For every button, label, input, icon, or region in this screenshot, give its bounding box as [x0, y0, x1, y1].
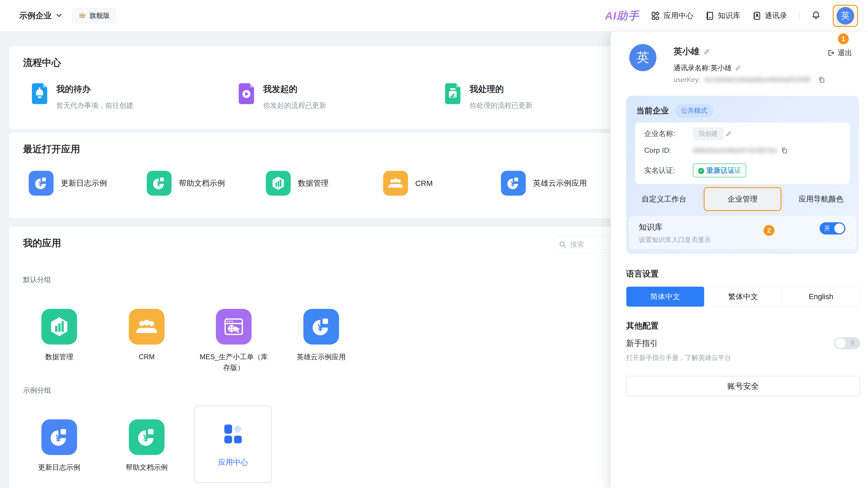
app-tile-helpdocs[interactable]: ¥ 帮助文档示例 — [110, 419, 184, 473]
enterprise-info-card: 企业名称: 示例企业 我创建 Corp ID: 686b35ea0e9bd267… — [635, 123, 850, 184]
edit-enterprise-name-icon[interactable] — [725, 131, 732, 137]
user-name: 英小雄 — [674, 46, 700, 57]
process-item-initiated[interactable]: 我发起的 你发起的流程已更新 — [237, 82, 326, 110]
people-app-icon — [129, 309, 164, 345]
people-app-icon — [383, 171, 408, 196]
recent-app-item[interactable]: 数据管理 — [266, 171, 329, 196]
lang-option-traditional[interactable]: 繁体中文 — [704, 287, 782, 306]
tutorial-step-1-badge: 1 — [838, 33, 849, 44]
notification-bell-icon[interactable] — [811, 10, 821, 21]
user-avatar[interactable]: 英 — [833, 5, 858, 27]
svg-text:¥: ¥ — [318, 322, 323, 333]
knowledge-base-desc: 设置知识库入口是否显示 — [639, 235, 711, 245]
process-item-title: 我的待办 — [56, 84, 133, 95]
tab-custom-workbench[interactable]: 自定义工作台 — [626, 194, 702, 204]
other-config-title: 其他配置 — [626, 320, 659, 331]
created-by-me-tag: 我创建 — [693, 127, 723, 140]
app-label: MES_生产小工单（库存版） — [199, 352, 269, 373]
userkey-label: userKey: — [674, 76, 700, 84]
process-item-desc: 你处理的流程已更新 — [469, 101, 532, 110]
app-tile-crm[interactable]: CRM — [110, 309, 184, 362]
nav-app-center[interactable]: 应用中心 — [651, 11, 693, 21]
todo-bell-doc-icon — [31, 82, 49, 105]
yuan-pie-app-icon: ¥ — [129, 419, 164, 455]
recent-app-item[interactable]: ¥ 帮助文档示例 — [147, 171, 225, 196]
recent-app-label: 数据管理 — [298, 178, 329, 188]
svg-text:¥: ¥ — [157, 180, 160, 188]
plan-badge-label: 旗舰版 — [90, 11, 110, 20]
yuan-pie-app-icon: ¥ — [501, 171, 526, 196]
recent-app-item[interactable]: CRM — [383, 171, 433, 196]
org-switcher[interactable]: 示例企业 — [19, 10, 63, 21]
recent-app-item[interactable]: ¥ 英雄云示例应用 — [501, 171, 587, 196]
app-label: 数据管理 — [45, 352, 73, 362]
edit-contact-name-icon[interactable] — [735, 65, 741, 71]
toggle-off-label: 关 — [849, 339, 856, 347]
recent-app-label: 更新日志示例 — [61, 178, 107, 188]
tab-app-nav-color[interactable]: 应用导航颜色 — [783, 194, 859, 204]
public-mode-badge: 公共模式 — [675, 104, 713, 118]
page-root: 示例企业 旗舰版 AI助手 应用中心 — [0, 0, 868, 488]
beginner-guide-toggle[interactable]: 关 — [834, 337, 860, 349]
plan-badge[interactable]: 旗舰版 — [72, 8, 116, 23]
logout-button[interactable]: 退出 — [827, 48, 852, 58]
enterprise-tabs: 自定义工作台 企业管理 应用导航颜色 — [626, 187, 859, 211]
app-center-label: 应用中心 — [218, 457, 248, 467]
account-security-button[interactable]: 账号安全 — [626, 376, 860, 396]
process-item-todo[interactable]: 我的待办 暂无代办事项，前往创建 — [31, 82, 133, 110]
nav-contacts[interactable]: 通讯录 — [752, 11, 787, 21]
svg-text:¥: ¥ — [56, 433, 61, 444]
ai-assistant-logo[interactable]: AI助手 — [605, 8, 639, 23]
copy-corp-id-icon[interactable] — [781, 147, 788, 154]
search-placeholder: 搜索 — [570, 240, 584, 249]
copy-userkey-icon[interactable] — [818, 76, 825, 83]
beginner-guide-title: 新手指引 — [626, 338, 658, 349]
app-tile-data-mgmt[interactable]: 数据管理 — [22, 309, 96, 362]
app-label: 更新日志示例 — [38, 462, 80, 473]
book-icon — [705, 11, 715, 21]
contact-name-label: 通讯录名称:英小雄 — [674, 63, 732, 73]
recent-app-label: CRM — [415, 179, 433, 188]
userkey-value-blurred: 8e19d39ef1d94de6bee8fd46af5325f8 — [704, 76, 810, 84]
process-item-desc: 暂无代办事项，前往创建 — [56, 101, 133, 110]
app-center-shortcut[interactable]: 应用中心 — [194, 405, 272, 483]
avatar-initial: 英 — [837, 7, 854, 25]
svg-text:¥: ¥ — [143, 433, 149, 444]
handled-pen-doc-icon — [444, 82, 462, 105]
mes-window-app-icon — [216, 309, 252, 345]
recertify-link[interactable]: 重新认证 — [706, 166, 735, 175]
yuan-pie-app-icon: ¥ — [41, 419, 77, 455]
my-apps-title: 我的应用 — [23, 237, 61, 250]
app-tile-hero-demo[interactable]: ¥ 英雄云示例应用 — [284, 309, 359, 362]
lang-option-simplified[interactable]: 简体中文 — [626, 287, 704, 306]
nav-knowledge[interactable]: 知识库 — [705, 11, 740, 21]
app-center-grid-icon — [219, 421, 247, 448]
knowledge-base-toggle[interactable]: 开 — [819, 222, 845, 234]
user-settings-panel: 1 英 英小雄 退出 通讯录名称:英小雄 userKey: 8e19d39ef1… — [611, 32, 868, 488]
logout-icon — [827, 49, 835, 57]
recent-app-item[interactable]: ¥ 更新日志示例 — [29, 171, 107, 196]
corp-id-value-blurred: 686b35ea0e9bd267dc58076a — [693, 147, 777, 154]
enterprise-name-label: 企业名称: — [644, 129, 693, 139]
logout-label: 退出 — [838, 48, 852, 58]
edit-name-icon[interactable] — [704, 48, 710, 55]
process-item-title: 我处理的 — [469, 84, 532, 95]
app-label: CRM — [139, 352, 155, 362]
lang-option-english[interactable]: English — [782, 287, 860, 306]
recent-apps-title: 最近打开应用 — [23, 143, 80, 156]
tab-enterprise-management[interactable]: 企业管理 — [704, 187, 781, 211]
process-center-title: 流程中心 — [23, 56, 61, 69]
app-label: 帮助文档示例 — [126, 462, 168, 473]
language-settings-title: 语言设置 — [626, 268, 659, 280]
recent-app-label: 英雄云示例应用 — [533, 178, 587, 188]
group-label-default: 默认分组 — [23, 275, 51, 285]
tutorial-step-2-badge: 2 — [764, 225, 774, 236]
svg-text:¥: ¥ — [511, 180, 515, 188]
process-item-title: 我发起的 — [263, 84, 326, 95]
app-tile-mes[interactable]: MES_生产小工单（库存版） — [196, 309, 271, 373]
app-tile-changelog[interactable]: ¥ 更新日志示例 — [22, 419, 96, 473]
certified-check-icon — [698, 167, 705, 174]
knowledge-base-setting-card: 知识库 2 开 设置知识库入口是否显示 — [629, 217, 856, 249]
certification-row: 实名认证: 企业已认证 重新认证 — [644, 164, 746, 177]
process-item-handled[interactable]: 我处理的 你处理的流程已更新 — [444, 82, 532, 110]
